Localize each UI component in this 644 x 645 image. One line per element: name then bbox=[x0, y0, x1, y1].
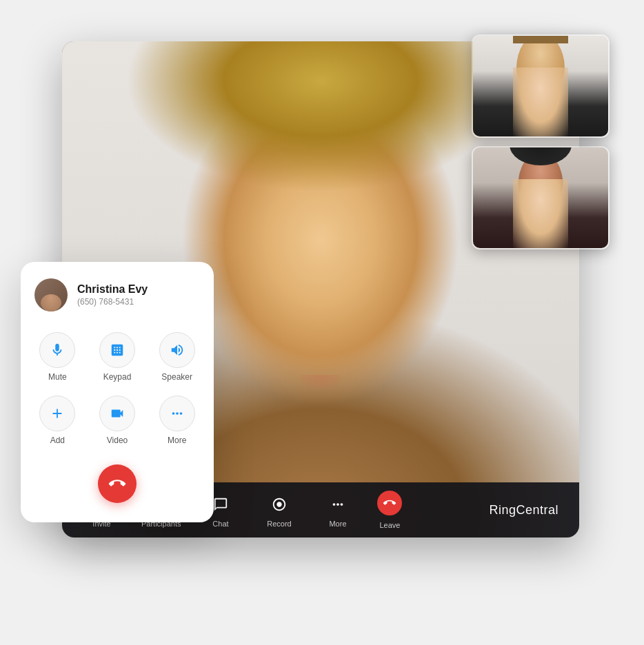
leave-button[interactable]: Leave bbox=[377, 491, 402, 529]
more-phone-label: More bbox=[168, 436, 186, 445]
mic-icon bbox=[50, 342, 65, 358]
phone-ui-panel: Christina Evy (650) 768-5431 Mute Keypad bbox=[21, 262, 214, 522]
keypad-icon-circle bbox=[99, 332, 135, 368]
contact-avatar bbox=[34, 278, 68, 311]
speaker-icon bbox=[170, 342, 185, 358]
video-icon bbox=[110, 406, 125, 421]
leave-icon bbox=[377, 491, 402, 515]
participant-1-hair bbox=[513, 34, 568, 43]
end-call-button[interactable] bbox=[98, 464, 137, 503]
end-call-icon bbox=[105, 472, 129, 495]
add-action[interactable]: Add bbox=[34, 396, 81, 445]
keypad-icon bbox=[110, 342, 125, 358]
more-icon-circle bbox=[159, 396, 195, 431]
leave-label: Leave bbox=[379, 521, 400, 529]
contact-header: Christina Evy (650) 768-5431 bbox=[34, 278, 200, 311]
add-icon bbox=[50, 406, 65, 421]
more-icon-svg bbox=[330, 497, 345, 512]
speaker-label: Speaker bbox=[161, 372, 192, 382]
video-action[interactable]: Video bbox=[94, 396, 141, 445]
more-dots-icon bbox=[170, 406, 185, 421]
chat-icon-svg bbox=[213, 497, 228, 512]
add-label: Add bbox=[50, 436, 65, 445]
participant-1-video bbox=[473, 36, 608, 136]
end-call-container bbox=[34, 464, 200, 503]
more-button[interactable]: More bbox=[319, 492, 356, 528]
more-action-phone[interactable]: More bbox=[154, 396, 200, 445]
record-label: Record bbox=[267, 520, 291, 528]
speaker-icon-circle bbox=[159, 332, 195, 368]
thumbnail-participant-1 bbox=[472, 34, 610, 138]
keypad-label: Keypad bbox=[103, 372, 132, 382]
contact-phone: (650) 768-5431 bbox=[77, 297, 148, 307]
phone-icon bbox=[381, 494, 399, 511]
thumbnail-container bbox=[472, 34, 610, 249]
video-label: Video bbox=[107, 436, 128, 445]
chat-label: Chat bbox=[212, 520, 228, 528]
brand-logo: RingCentral bbox=[489, 503, 559, 518]
action-grid: Mute Keypad Speaker bbox=[34, 332, 200, 445]
speaker-action[interactable]: Speaker bbox=[154, 332, 200, 382]
mute-icon-circle bbox=[39, 332, 75, 368]
record-button[interactable]: Record bbox=[260, 492, 298, 528]
more-label: More bbox=[329, 520, 346, 528]
more-icon bbox=[325, 492, 350, 517]
mute-action[interactable]: Mute bbox=[34, 332, 81, 382]
record-icon-svg bbox=[272, 497, 287, 512]
record-icon bbox=[267, 492, 292, 517]
contact-name: Christina Evy bbox=[77, 283, 148, 296]
add-icon-circle bbox=[39, 396, 75, 431]
video-icon-circle bbox=[99, 396, 135, 431]
keypad-action[interactable]: Keypad bbox=[94, 332, 141, 382]
participant-2-video bbox=[473, 147, 608, 248]
mute-label: Mute bbox=[48, 372, 67, 382]
contact-info: Christina Evy (650) 768-5431 bbox=[77, 283, 148, 307]
thumbnail-participant-2 bbox=[472, 146, 610, 249]
